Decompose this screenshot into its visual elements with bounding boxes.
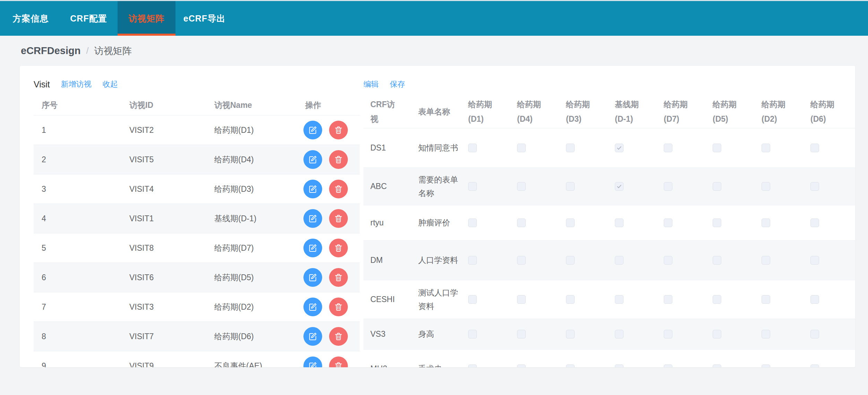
- matrix-checkbox[interactable]: [762, 256, 770, 265]
- matrix-checkbox[interactable]: [615, 218, 624, 227]
- matrix-checkbox[interactable]: [664, 295, 672, 304]
- col-header-visit-D5: 给药期(D5): [706, 97, 755, 126]
- matrix-cell: [559, 218, 608, 227]
- delete-visit-button[interactable]: [329, 180, 348, 198]
- matrix-checkbox[interactable]: [713, 218, 721, 227]
- delete-visit-button[interactable]: [329, 209, 348, 228]
- delete-visit-button[interactable]: [329, 121, 348, 139]
- edit-visit-button[interactable]: [303, 150, 322, 169]
- matrix-checkbox[interactable]: [566, 295, 575, 304]
- matrix-checkbox[interactable]: [713, 364, 721, 367]
- crf-id-cell: MH2: [363, 364, 411, 367]
- matrix-cell: [706, 330, 755, 338]
- delete-visit-button[interactable]: [329, 357, 348, 367]
- edit-visit-button[interactable]: [303, 239, 322, 257]
- content-panel: Visit 新增访视 收起 序号 访视ID 访视Name 操作 1VISIT2给…: [20, 66, 855, 367]
- delete-visit-button[interactable]: [329, 327, 348, 346]
- edit-visit-button[interactable]: [303, 121, 322, 139]
- matrix-checkbox[interactable]: [615, 256, 624, 265]
- matrix-edit-link[interactable]: 编辑: [363, 79, 379, 89]
- matrix-checkbox[interactable]: [713, 256, 721, 265]
- delete-visit-button[interactable]: [329, 150, 348, 169]
- matrix-checkbox[interactable]: [713, 330, 721, 338]
- matrix-checkbox[interactable]: [810, 364, 819, 367]
- visit-actions-cell: [295, 268, 360, 287]
- matrix-cell: [608, 364, 657, 367]
- edit-icon: [308, 302, 318, 312]
- matrix-checkbox[interactable]: [664, 364, 672, 367]
- matrix-checkbox[interactable]: [517, 182, 526, 191]
- matrix-checkbox[interactable]: [517, 144, 526, 152]
- matrix-checkbox-checked[interactable]: [615, 182, 624, 191]
- matrix-checkbox[interactable]: [566, 182, 575, 191]
- matrix-checkbox[interactable]: [566, 330, 575, 338]
- matrix-checkbox[interactable]: [468, 330, 477, 338]
- col-header-visit-D1: 给药期(D1): [461, 97, 510, 126]
- edit-visit-button[interactable]: [303, 209, 322, 228]
- matrix-checkbox[interactable]: [664, 256, 672, 265]
- edit-visit-button[interactable]: [303, 357, 322, 367]
- matrix-checkbox[interactable]: [664, 144, 672, 152]
- matrix-checkbox[interactable]: [664, 182, 672, 191]
- edit-visit-button[interactable]: [303, 327, 322, 346]
- visit-name-cell: 给药期(D2): [206, 302, 295, 312]
- matrix-checkbox-checked[interactable]: [615, 364, 624, 367]
- matrix-checkbox-checked[interactable]: [615, 144, 624, 152]
- matrix-checkbox[interactable]: [810, 295, 819, 304]
- matrix-checkbox[interactable]: [810, 256, 819, 265]
- matrix-checkbox[interactable]: [517, 218, 526, 227]
- tab-label: CRF配置: [70, 13, 107, 24]
- collapse-link[interactable]: 收起: [103, 79, 118, 89]
- matrix-checkbox[interactable]: [468, 256, 477, 265]
- matrix-checkbox[interactable]: [566, 144, 575, 152]
- matrix-checkbox[interactable]: [468, 182, 477, 191]
- matrix-checkbox[interactable]: [615, 330, 624, 338]
- matrix-checkbox[interactable]: [664, 330, 672, 338]
- delete-visit-button[interactable]: [329, 268, 348, 287]
- delete-visit-button[interactable]: [329, 298, 348, 316]
- matrix-checkbox[interactable]: [762, 295, 770, 304]
- matrix-checkbox[interactable]: [468, 364, 477, 367]
- delete-visit-button[interactable]: [329, 239, 348, 257]
- matrix-checkbox[interactable]: [517, 330, 526, 338]
- tab-ecrf-export[interactable]: eCRF导出: [175, 1, 233, 36]
- matrix-checkbox[interactable]: [762, 182, 770, 191]
- edit-visit-button[interactable]: [303, 180, 322, 198]
- matrix-checkbox[interactable]: [468, 295, 477, 304]
- matrix-checkbox[interactable]: [762, 218, 770, 227]
- matrix-checkbox[interactable]: [810, 144, 819, 152]
- matrix-checkbox[interactable]: [566, 364, 575, 367]
- tab-plan-info[interactable]: 方案信息: [2, 1, 60, 36]
- tab-visit-matrix[interactable]: 访视矩阵: [118, 1, 175, 36]
- matrix-checkbox[interactable]: [713, 182, 721, 191]
- matrix-checkbox[interactable]: [810, 330, 819, 338]
- matrix-checkbox[interactable]: [517, 364, 526, 367]
- matrix-cell: [657, 330, 706, 338]
- visit-table-header: 序号 访视ID 访视Name 操作: [34, 95, 360, 115]
- breadcrumb-root[interactable]: eCRFDesign: [21, 45, 80, 57]
- matrix-checkbox[interactable]: [810, 218, 819, 227]
- matrix-checkbox[interactable]: [517, 295, 526, 304]
- add-visit-link[interactable]: 新增访视: [61, 79, 92, 89]
- matrix-save-link[interactable]: 保存: [390, 79, 405, 89]
- matrix-cell: [657, 218, 706, 227]
- matrix-checkbox[interactable]: [762, 144, 770, 152]
- matrix-checkbox[interactable]: [517, 256, 526, 265]
- matrix-checkbox[interactable]: [713, 295, 721, 304]
- matrix-checkbox[interactable]: [615, 295, 624, 304]
- matrix-checkbox[interactable]: [762, 364, 770, 367]
- matrix-checkbox[interactable]: [713, 144, 721, 152]
- visit-name-cell: 给药期(D5): [206, 272, 295, 283]
- edit-visit-button[interactable]: [303, 268, 322, 287]
- matrix-checkbox[interactable]: [468, 218, 477, 227]
- matrix-checkbox[interactable]: [468, 144, 477, 152]
- matrix-row: DM人口学资料: [363, 241, 855, 280]
- matrix-cell: [706, 295, 755, 304]
- tab-crf-config[interactable]: CRF配置: [60, 1, 118, 36]
- matrix-checkbox[interactable]: [810, 182, 819, 191]
- matrix-checkbox[interactable]: [566, 218, 575, 227]
- matrix-checkbox[interactable]: [762, 330, 770, 338]
- matrix-checkbox[interactable]: [664, 218, 672, 227]
- edit-visit-button[interactable]: [303, 298, 322, 316]
- matrix-checkbox[interactable]: [566, 256, 575, 265]
